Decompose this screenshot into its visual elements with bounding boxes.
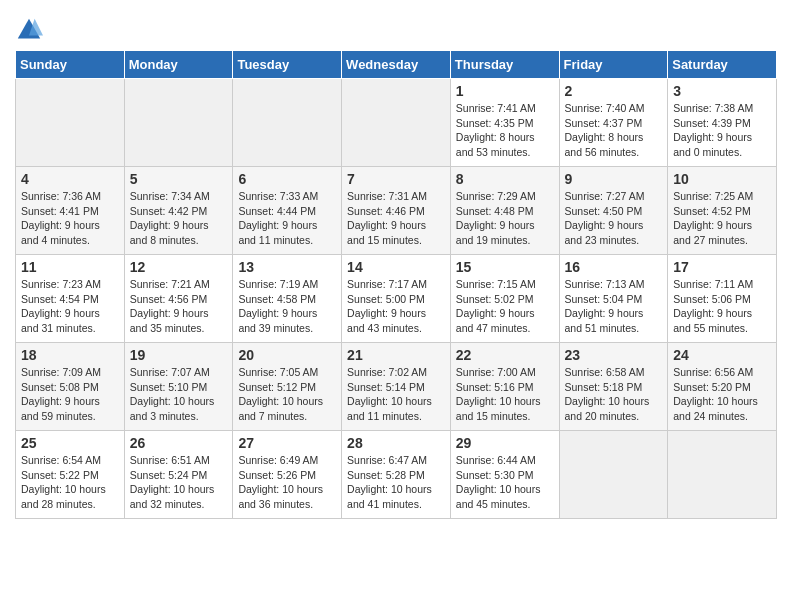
day-number: 16: [565, 259, 663, 275]
day-info: Sunrise: 7:40 AMSunset: 4:37 PMDaylight:…: [565, 101, 663, 160]
day-number: 20: [238, 347, 336, 363]
calendar-cell: [233, 79, 342, 167]
logo-icon: [15, 16, 43, 44]
calendar-cell: 23Sunrise: 6:58 AMSunset: 5:18 PMDayligh…: [559, 343, 668, 431]
header-row: SundayMondayTuesdayWednesdayThursdayFrid…: [16, 51, 777, 79]
week-row-3: 11Sunrise: 7:23 AMSunset: 4:54 PMDayligh…: [16, 255, 777, 343]
day-header-wednesday: Wednesday: [342, 51, 451, 79]
day-number: 3: [673, 83, 771, 99]
day-number: 9: [565, 171, 663, 187]
calendar-cell: 13Sunrise: 7:19 AMSunset: 4:58 PMDayligh…: [233, 255, 342, 343]
week-row-2: 4Sunrise: 7:36 AMSunset: 4:41 PMDaylight…: [16, 167, 777, 255]
day-number: 18: [21, 347, 119, 363]
calendar-cell: 12Sunrise: 7:21 AMSunset: 4:56 PMDayligh…: [124, 255, 233, 343]
calendar-cell: 9Sunrise: 7:27 AMSunset: 4:50 PMDaylight…: [559, 167, 668, 255]
day-number: 1: [456, 83, 554, 99]
day-number: 2: [565, 83, 663, 99]
day-number: 23: [565, 347, 663, 363]
calendar-cell: 15Sunrise: 7:15 AMSunset: 5:02 PMDayligh…: [450, 255, 559, 343]
day-number: 24: [673, 347, 771, 363]
day-number: 27: [238, 435, 336, 451]
calendar-cell: 27Sunrise: 6:49 AMSunset: 5:26 PMDayligh…: [233, 431, 342, 519]
day-info: Sunrise: 6:54 AMSunset: 5:22 PMDaylight:…: [21, 453, 119, 512]
calendar: SundayMondayTuesdayWednesdayThursdayFrid…: [15, 50, 777, 519]
day-number: 11: [21, 259, 119, 275]
day-info: Sunrise: 6:47 AMSunset: 5:28 PMDaylight:…: [347, 453, 445, 512]
page: SundayMondayTuesdayWednesdayThursdayFrid…: [0, 0, 792, 534]
calendar-cell: 18Sunrise: 7:09 AMSunset: 5:08 PMDayligh…: [16, 343, 125, 431]
day-number: 13: [238, 259, 336, 275]
calendar-cell: [559, 431, 668, 519]
header: [15, 10, 777, 44]
day-number: 17: [673, 259, 771, 275]
day-info: Sunrise: 7:23 AMSunset: 4:54 PMDaylight:…: [21, 277, 119, 336]
day-number: 28: [347, 435, 445, 451]
day-info: Sunrise: 6:56 AMSunset: 5:20 PMDaylight:…: [673, 365, 771, 424]
calendar-cell: 4Sunrise: 7:36 AMSunset: 4:41 PMDaylight…: [16, 167, 125, 255]
day-info: Sunrise: 7:15 AMSunset: 5:02 PMDaylight:…: [456, 277, 554, 336]
calendar-cell: 29Sunrise: 6:44 AMSunset: 5:30 PMDayligh…: [450, 431, 559, 519]
week-row-4: 18Sunrise: 7:09 AMSunset: 5:08 PMDayligh…: [16, 343, 777, 431]
calendar-cell: 2Sunrise: 7:40 AMSunset: 4:37 PMDaylight…: [559, 79, 668, 167]
calendar-cell: 17Sunrise: 7:11 AMSunset: 5:06 PMDayligh…: [668, 255, 777, 343]
day-info: Sunrise: 6:58 AMSunset: 5:18 PMDaylight:…: [565, 365, 663, 424]
day-number: 22: [456, 347, 554, 363]
calendar-cell: 20Sunrise: 7:05 AMSunset: 5:12 PMDayligh…: [233, 343, 342, 431]
day-info: Sunrise: 7:27 AMSunset: 4:50 PMDaylight:…: [565, 189, 663, 248]
day-info: Sunrise: 7:11 AMSunset: 5:06 PMDaylight:…: [673, 277, 771, 336]
calendar-cell: [16, 79, 125, 167]
calendar-body: 1Sunrise: 7:41 AMSunset: 4:35 PMDaylight…: [16, 79, 777, 519]
calendar-cell: 6Sunrise: 7:33 AMSunset: 4:44 PMDaylight…: [233, 167, 342, 255]
day-number: 4: [21, 171, 119, 187]
calendar-cell: [124, 79, 233, 167]
day-header-saturday: Saturday: [668, 51, 777, 79]
day-info: Sunrise: 7:31 AMSunset: 4:46 PMDaylight:…: [347, 189, 445, 248]
calendar-cell: 7Sunrise: 7:31 AMSunset: 4:46 PMDaylight…: [342, 167, 451, 255]
day-number: 14: [347, 259, 445, 275]
day-info: Sunrise: 7:17 AMSunset: 5:00 PMDaylight:…: [347, 277, 445, 336]
day-info: Sunrise: 6:51 AMSunset: 5:24 PMDaylight:…: [130, 453, 228, 512]
day-number: 10: [673, 171, 771, 187]
day-info: Sunrise: 7:02 AMSunset: 5:14 PMDaylight:…: [347, 365, 445, 424]
day-info: Sunrise: 7:21 AMSunset: 4:56 PMDaylight:…: [130, 277, 228, 336]
day-number: 15: [456, 259, 554, 275]
day-info: Sunrise: 7:33 AMSunset: 4:44 PMDaylight:…: [238, 189, 336, 248]
day-header-monday: Monday: [124, 51, 233, 79]
calendar-cell: 10Sunrise: 7:25 AMSunset: 4:52 PMDayligh…: [668, 167, 777, 255]
calendar-cell: 25Sunrise: 6:54 AMSunset: 5:22 PMDayligh…: [16, 431, 125, 519]
day-number: 21: [347, 347, 445, 363]
day-info: Sunrise: 7:34 AMSunset: 4:42 PMDaylight:…: [130, 189, 228, 248]
calendar-cell: 21Sunrise: 7:02 AMSunset: 5:14 PMDayligh…: [342, 343, 451, 431]
day-header-thursday: Thursday: [450, 51, 559, 79]
day-number: 25: [21, 435, 119, 451]
week-row-5: 25Sunrise: 6:54 AMSunset: 5:22 PMDayligh…: [16, 431, 777, 519]
calendar-cell: 11Sunrise: 7:23 AMSunset: 4:54 PMDayligh…: [16, 255, 125, 343]
calendar-cell: 28Sunrise: 6:47 AMSunset: 5:28 PMDayligh…: [342, 431, 451, 519]
calendar-cell: 16Sunrise: 7:13 AMSunset: 5:04 PMDayligh…: [559, 255, 668, 343]
day-header-friday: Friday: [559, 51, 668, 79]
day-info: Sunrise: 6:44 AMSunset: 5:30 PMDaylight:…: [456, 453, 554, 512]
day-info: Sunrise: 6:49 AMSunset: 5:26 PMDaylight:…: [238, 453, 336, 512]
calendar-cell: 19Sunrise: 7:07 AMSunset: 5:10 PMDayligh…: [124, 343, 233, 431]
calendar-cell: [342, 79, 451, 167]
calendar-cell: 26Sunrise: 6:51 AMSunset: 5:24 PMDayligh…: [124, 431, 233, 519]
day-number: 5: [130, 171, 228, 187]
calendar-cell: 22Sunrise: 7:00 AMSunset: 5:16 PMDayligh…: [450, 343, 559, 431]
calendar-cell: 14Sunrise: 7:17 AMSunset: 5:00 PMDayligh…: [342, 255, 451, 343]
day-number: 6: [238, 171, 336, 187]
calendar-cell: 8Sunrise: 7:29 AMSunset: 4:48 PMDaylight…: [450, 167, 559, 255]
calendar-cell: 1Sunrise: 7:41 AMSunset: 4:35 PMDaylight…: [450, 79, 559, 167]
day-info: Sunrise: 7:07 AMSunset: 5:10 PMDaylight:…: [130, 365, 228, 424]
day-number: 12: [130, 259, 228, 275]
day-info: Sunrise: 7:25 AMSunset: 4:52 PMDaylight:…: [673, 189, 771, 248]
day-info: Sunrise: 7:36 AMSunset: 4:41 PMDaylight:…: [21, 189, 119, 248]
day-header-tuesday: Tuesday: [233, 51, 342, 79]
day-number: 19: [130, 347, 228, 363]
calendar-cell: 5Sunrise: 7:34 AMSunset: 4:42 PMDaylight…: [124, 167, 233, 255]
day-number: 29: [456, 435, 554, 451]
day-info: Sunrise: 7:00 AMSunset: 5:16 PMDaylight:…: [456, 365, 554, 424]
day-info: Sunrise: 7:09 AMSunset: 5:08 PMDaylight:…: [21, 365, 119, 424]
day-header-sunday: Sunday: [16, 51, 125, 79]
day-number: 8: [456, 171, 554, 187]
day-info: Sunrise: 7:41 AMSunset: 4:35 PMDaylight:…: [456, 101, 554, 160]
